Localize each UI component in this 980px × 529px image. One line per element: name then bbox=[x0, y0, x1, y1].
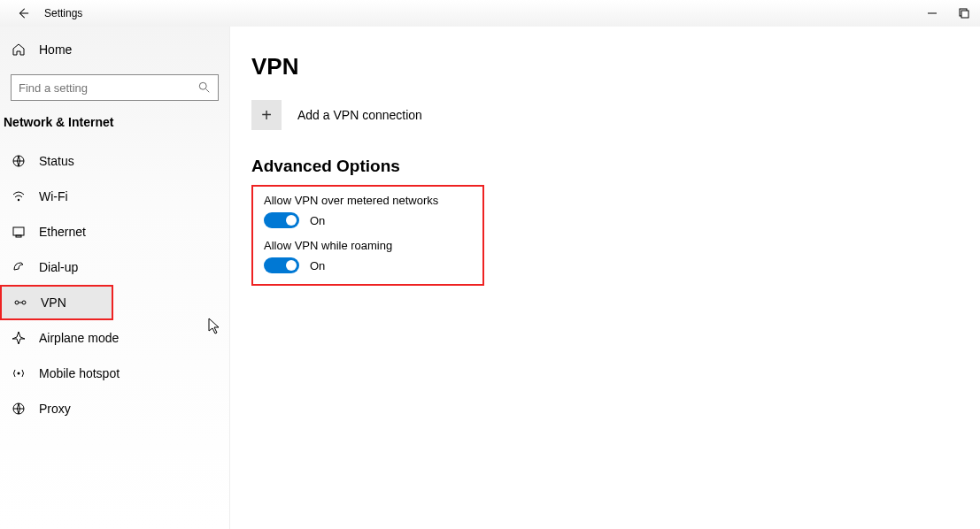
search-input[interactable] bbox=[19, 81, 181, 95]
minimize-button[interactable] bbox=[927, 8, 938, 19]
sidebar: Home Network & Internet Status Wi-Fi Eth… bbox=[0, 27, 230, 529]
svg-point-3 bbox=[199, 82, 206, 89]
sidebar-item-label: Proxy bbox=[39, 402, 71, 416]
sidebar-item-label: Dial-up bbox=[39, 260, 78, 274]
sidebar-item-hotspot[interactable]: Mobile hotspot bbox=[0, 356, 229, 391]
toggle-roaming[interactable] bbox=[264, 257, 299, 273]
add-vpn-label: Add a VPN connection bbox=[297, 108, 422, 122]
back-button[interactable] bbox=[16, 6, 30, 20]
svg-point-10 bbox=[15, 301, 19, 304]
ethernet-icon bbox=[11, 225, 27, 239]
dialup-icon bbox=[11, 260, 27, 274]
sidebar-item-label: Status bbox=[39, 154, 74, 168]
search-box[interactable] bbox=[11, 74, 219, 101]
sidebar-item-proxy[interactable]: Proxy bbox=[0, 391, 229, 426]
search-icon bbox=[198, 81, 211, 94]
svg-rect-2 bbox=[961, 11, 968, 18]
vpn-icon bbox=[12, 295, 28, 310]
sidebar-item-label: Wi-Fi bbox=[39, 189, 68, 203]
airplane-icon bbox=[11, 331, 27, 345]
option-metered-label: Allow VPN over metered networks bbox=[264, 194, 438, 207]
sidebar-item-airplane[interactable]: Airplane mode bbox=[0, 320, 229, 356]
sidebar-category: Network & Internet bbox=[0, 115, 229, 136]
advanced-options-highlight: Allow VPN over metered networks On Allow… bbox=[251, 185, 484, 286]
sidebar-item-label: Airplane mode bbox=[39, 331, 119, 345]
svg-line-4 bbox=[206, 89, 210, 93]
toggle-metered-state: On bbox=[310, 214, 325, 227]
page-title: VPN bbox=[251, 53, 791, 80]
sidebar-item-vpn[interactable]: VPN bbox=[0, 285, 113, 320]
svg-point-13 bbox=[18, 372, 20, 375]
sidebar-item-ethernet[interactable]: Ethernet bbox=[0, 214, 229, 249]
sidebar-item-dialup[interactable]: Dial-up bbox=[0, 249, 229, 285]
svg-point-7 bbox=[18, 199, 19, 201]
svg-rect-8 bbox=[13, 227, 24, 235]
plus-icon: + bbox=[251, 100, 282, 130]
advanced-options-heading: Advanced Options bbox=[251, 157, 791, 176]
sidebar-item-label: VPN bbox=[41, 295, 66, 310]
option-roaming-label: Allow VPN while roaming bbox=[264, 239, 438, 252]
wifi-icon bbox=[11, 189, 27, 203]
add-vpn-button[interactable]: + Add a VPN connection bbox=[251, 100, 791, 130]
toggle-roaming-state: On bbox=[310, 259, 325, 272]
toggle-metered[interactable] bbox=[264, 212, 299, 228]
proxy-icon bbox=[11, 402, 27, 416]
sidebar-item-wifi[interactable]: Wi-Fi bbox=[0, 179, 229, 214]
home-icon bbox=[11, 42, 27, 57]
sidebar-item-label: Mobile hotspot bbox=[39, 366, 120, 380]
svg-rect-9 bbox=[16, 235, 21, 237]
status-icon bbox=[11, 154, 27, 168]
maximize-button[interactable] bbox=[959, 8, 969, 19]
window-title: Settings bbox=[44, 7, 82, 19]
hotspot-icon bbox=[11, 366, 27, 380]
sidebar-item-label: Ethernet bbox=[39, 225, 86, 239]
sidebar-item-status[interactable]: Status bbox=[0, 143, 229, 179]
svg-point-11 bbox=[22, 301, 26, 304]
sidebar-home[interactable]: Home bbox=[0, 37, 229, 62]
home-label: Home bbox=[39, 42, 72, 57]
titlebar: Settings bbox=[0, 0, 980, 27]
main-panel: VPN + Add a VPN connection Advanced Opti… bbox=[251, 53, 791, 529]
